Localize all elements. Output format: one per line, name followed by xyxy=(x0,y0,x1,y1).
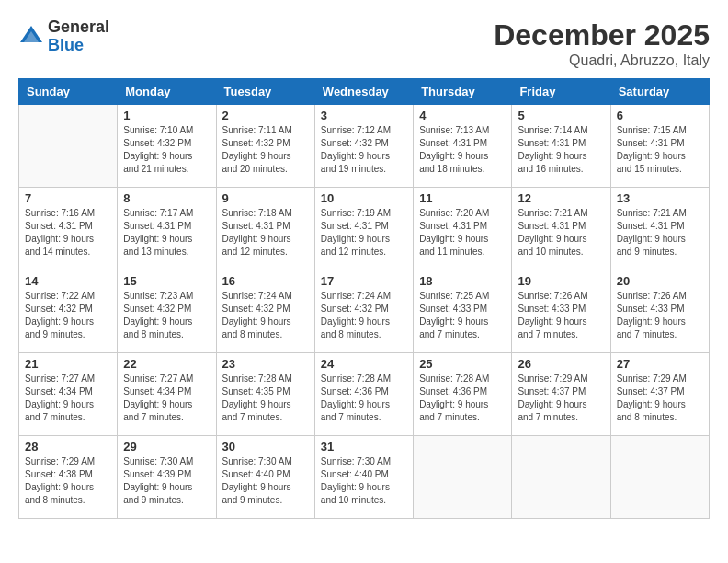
day-info: Sunrise: 7:28 AM Sunset: 4:36 PM Dayligh… xyxy=(419,373,506,424)
day-number: 26 xyxy=(518,357,604,371)
day-number: 28 xyxy=(25,440,111,454)
day-number: 25 xyxy=(419,357,506,371)
calendar-cell: 10Sunrise: 7:19 AM Sunset: 4:31 PM Dayli… xyxy=(314,188,413,270)
calendar-week-row: 7Sunrise: 7:16 AM Sunset: 4:31 PM Daylig… xyxy=(19,188,710,270)
calendar-cell: 9Sunrise: 7:18 AM Sunset: 4:31 PM Daylig… xyxy=(216,188,314,270)
day-info: Sunrise: 7:26 AM Sunset: 4:33 PM Dayligh… xyxy=(617,290,703,341)
calendar-cell: 18Sunrise: 7:25 AM Sunset: 4:33 PM Dayli… xyxy=(414,270,512,353)
day-of-week-header: Tuesday xyxy=(216,79,314,105)
calendar-cell: 22Sunrise: 7:27 AM Sunset: 4:34 PM Dayli… xyxy=(118,353,216,436)
calendar-cell: 21Sunrise: 7:27 AM Sunset: 4:34 PM Dayli… xyxy=(19,353,118,436)
calendar-cell: 6Sunrise: 7:15 AM Sunset: 4:31 PM Daylig… xyxy=(610,105,709,188)
days-of-week-row: SundayMondayTuesdayWednesdayThursdayFrid… xyxy=(19,79,710,105)
day-number: 5 xyxy=(518,109,604,122)
calendar-cell: 15Sunrise: 7:23 AM Sunset: 4:32 PM Dayli… xyxy=(118,270,216,353)
day-of-week-header: Sunday xyxy=(19,79,118,105)
calendar-week-row: 28Sunrise: 7:29 AM Sunset: 4:38 PM Dayli… xyxy=(19,436,710,519)
day-number: 24 xyxy=(321,357,407,371)
day-number: 3 xyxy=(321,109,407,122)
day-info: Sunrise: 7:27 AM Sunset: 4:34 PM Dayligh… xyxy=(123,373,210,424)
day-number: 14 xyxy=(25,274,111,288)
day-number: 10 xyxy=(321,191,407,205)
calendar-cell: 11Sunrise: 7:20 AM Sunset: 4:31 PM Dayli… xyxy=(414,188,512,270)
calendar-cell: 20Sunrise: 7:26 AM Sunset: 4:33 PM Dayli… xyxy=(610,270,709,353)
calendar-cell: 14Sunrise: 7:22 AM Sunset: 4:32 PM Dayli… xyxy=(19,270,118,353)
day-number: 17 xyxy=(321,274,407,288)
month-year-title: December 2025 xyxy=(494,18,710,52)
day-number: 18 xyxy=(419,274,506,288)
day-of-week-header: Thursday xyxy=(414,79,512,105)
day-number: 27 xyxy=(617,357,703,371)
day-of-week-header: Monday xyxy=(118,79,216,105)
day-info: Sunrise: 7:29 AM Sunset: 4:38 PM Dayligh… xyxy=(25,455,111,507)
day-info: Sunrise: 7:30 AM Sunset: 4:40 PM Dayligh… xyxy=(321,455,407,507)
day-number: 22 xyxy=(123,357,210,371)
day-of-week-header: Friday xyxy=(512,79,610,105)
calendar-cell: 13Sunrise: 7:21 AM Sunset: 4:31 PM Dayli… xyxy=(610,188,709,270)
calendar-cell: 24Sunrise: 7:28 AM Sunset: 4:36 PM Dayli… xyxy=(314,353,413,436)
calendar-cell: 5Sunrise: 7:14 AM Sunset: 4:31 PM Daylig… xyxy=(512,105,610,188)
day-info: Sunrise: 7:24 AM Sunset: 4:32 PM Dayligh… xyxy=(321,290,407,341)
day-info: Sunrise: 7:30 AM Sunset: 4:40 PM Dayligh… xyxy=(222,455,309,507)
calendar-cell: 12Sunrise: 7:21 AM Sunset: 4:31 PM Dayli… xyxy=(512,188,610,270)
calendar-cell: 1Sunrise: 7:10 AM Sunset: 4:32 PM Daylig… xyxy=(118,105,216,188)
calendar-cell: 23Sunrise: 7:28 AM Sunset: 4:35 PM Dayli… xyxy=(216,353,314,436)
day-number: 6 xyxy=(617,109,703,122)
day-number: 13 xyxy=(617,191,703,205)
location-subtitle: Quadri, Abruzzo, Italy xyxy=(494,52,710,69)
day-info: Sunrise: 7:25 AM Sunset: 4:33 PM Dayligh… xyxy=(419,290,506,341)
day-info: Sunrise: 7:19 AM Sunset: 4:31 PM Dayligh… xyxy=(321,207,407,259)
day-info: Sunrise: 7:10 AM Sunset: 4:32 PM Dayligh… xyxy=(123,124,210,176)
calendar-cell: 31Sunrise: 7:30 AM Sunset: 4:40 PM Dayli… xyxy=(314,436,413,519)
calendar-cell xyxy=(19,105,118,188)
day-info: Sunrise: 7:27 AM Sunset: 4:34 PM Dayligh… xyxy=(25,373,111,424)
day-info: Sunrise: 7:17 AM Sunset: 4:31 PM Dayligh… xyxy=(123,207,210,259)
day-info: Sunrise: 7:24 AM Sunset: 4:32 PM Dayligh… xyxy=(222,290,309,341)
day-info: Sunrise: 7:28 AM Sunset: 4:35 PM Dayligh… xyxy=(222,373,309,424)
day-info: Sunrise: 7:14 AM Sunset: 4:31 PM Dayligh… xyxy=(518,124,604,176)
day-info: Sunrise: 7:20 AM Sunset: 4:31 PM Dayligh… xyxy=(419,207,506,259)
day-number: 21 xyxy=(25,357,111,371)
day-number: 2 xyxy=(222,109,309,122)
day-info: Sunrise: 7:18 AM Sunset: 4:31 PM Dayligh… xyxy=(222,207,309,259)
calendar-body: 1Sunrise: 7:10 AM Sunset: 4:32 PM Daylig… xyxy=(19,105,710,519)
day-number: 20 xyxy=(617,274,703,288)
calendar-cell: 16Sunrise: 7:24 AM Sunset: 4:32 PM Dayli… xyxy=(216,270,314,353)
day-info: Sunrise: 7:12 AM Sunset: 4:32 PM Dayligh… xyxy=(321,124,407,176)
calendar-cell: 28Sunrise: 7:29 AM Sunset: 4:38 PM Dayli… xyxy=(19,436,118,519)
day-info: Sunrise: 7:30 AM Sunset: 4:39 PM Dayligh… xyxy=(123,455,210,507)
day-number: 1 xyxy=(123,109,210,122)
day-info: Sunrise: 7:15 AM Sunset: 4:31 PM Dayligh… xyxy=(617,124,703,176)
day-info: Sunrise: 7:11 AM Sunset: 4:32 PM Dayligh… xyxy=(222,124,309,176)
day-number: 12 xyxy=(518,191,604,205)
calendar-cell: 8Sunrise: 7:17 AM Sunset: 4:31 PM Daylig… xyxy=(118,188,216,270)
calendar-cell xyxy=(610,436,709,519)
calendar-cell: 3Sunrise: 7:12 AM Sunset: 4:32 PM Daylig… xyxy=(314,105,413,188)
calendar-cell xyxy=(414,436,512,519)
day-info: Sunrise: 7:16 AM Sunset: 4:31 PM Dayligh… xyxy=(25,207,111,259)
calendar-cell: 29Sunrise: 7:30 AM Sunset: 4:39 PM Dayli… xyxy=(118,436,216,519)
day-number: 8 xyxy=(123,191,210,205)
day-of-week-header: Wednesday xyxy=(314,79,413,105)
day-number: 7 xyxy=(25,191,111,205)
day-of-week-header: Saturday xyxy=(610,79,709,105)
day-info: Sunrise: 7:13 AM Sunset: 4:31 PM Dayligh… xyxy=(419,124,506,176)
calendar-week-row: 1Sunrise: 7:10 AM Sunset: 4:32 PM Daylig… xyxy=(19,105,710,188)
calendar-cell: 2Sunrise: 7:11 AM Sunset: 4:32 PM Daylig… xyxy=(216,105,314,188)
logo-icon xyxy=(18,24,44,50)
calendar-cell xyxy=(512,436,610,519)
calendar-header: SundayMondayTuesdayWednesdayThursdayFrid… xyxy=(19,79,710,105)
day-info: Sunrise: 7:23 AM Sunset: 4:32 PM Dayligh… xyxy=(123,290,210,341)
day-number: 16 xyxy=(222,274,309,288)
calendar-cell: 30Sunrise: 7:30 AM Sunset: 4:40 PM Dayli… xyxy=(216,436,314,519)
calendar-cell: 17Sunrise: 7:24 AM Sunset: 4:32 PM Dayli… xyxy=(314,270,413,353)
logo: General Blue xyxy=(18,18,109,55)
calendar-cell: 27Sunrise: 7:29 AM Sunset: 4:37 PM Dayli… xyxy=(610,353,709,436)
calendar-cell: 26Sunrise: 7:29 AM Sunset: 4:37 PM Dayli… xyxy=(512,353,610,436)
day-number: 19 xyxy=(518,274,604,288)
calendar-table: SundayMondayTuesdayWednesdayThursdayFrid… xyxy=(18,78,710,519)
day-info: Sunrise: 7:29 AM Sunset: 4:37 PM Dayligh… xyxy=(518,373,604,424)
day-info: Sunrise: 7:26 AM Sunset: 4:33 PM Dayligh… xyxy=(518,290,604,341)
day-number: 31 xyxy=(321,440,407,454)
page-header: General Blue December 2025 Quadri, Abruz… xyxy=(18,18,710,69)
